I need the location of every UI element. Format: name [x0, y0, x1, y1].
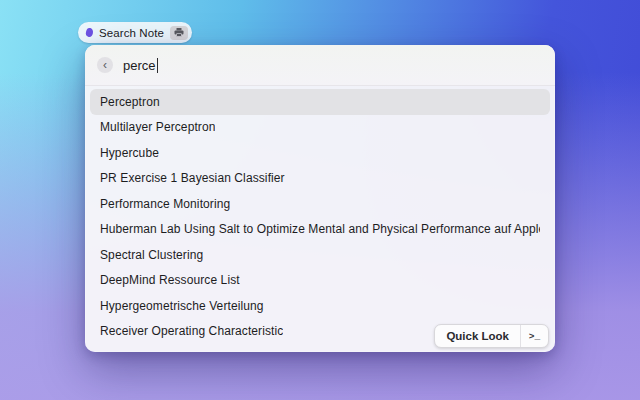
- chevron-left-icon: ‹: [103, 59, 107, 71]
- app-icon: [85, 27, 94, 37]
- results-list: Perceptron Multilayer Perceptron Hypercu…: [85, 86, 555, 352]
- list-item[interactable]: Hypergeometrische Verteilung: [90, 293, 550, 319]
- launcher-label: Search Note: [99, 27, 164, 39]
- list-item[interactable]: Huberman Lab Using Salt to Optimize Ment…: [90, 217, 550, 243]
- list-item-label: Hypercube: [100, 146, 159, 160]
- list-item-label: DeepMind Ressource List: [100, 273, 240, 287]
- desktop-background: Search Note ‹ perce Perceptron Multilaye…: [0, 0, 640, 400]
- list-item-label: Performance Monitoring: [100, 197, 230, 211]
- shortcut-badge: [170, 26, 188, 40]
- search-bar: ‹ perce: [85, 45, 555, 86]
- search-panel: ‹ perce Perceptron Multilayer Perceptron…: [85, 45, 555, 352]
- list-item[interactable]: DeepMind Ressource List: [90, 268, 550, 294]
- terminal-prompt-button[interactable]: >_: [521, 325, 548, 347]
- list-item-label: Hypergeometrische Verteilung: [100, 299, 264, 313]
- search-query-text: perce: [123, 58, 156, 73]
- quick-look-button[interactable]: Quick Look: [435, 325, 520, 347]
- list-item-label: Huberman Lab Using Salt to Optimize Ment…: [100, 222, 540, 236]
- terminal-prompt-icon: >_: [529, 331, 540, 342]
- list-item[interactable]: Spectral Clustering: [90, 242, 550, 268]
- launcher-pill[interactable]: Search Note: [78, 22, 192, 43]
- list-item-label: PR Exercise 1 Bayesian Classifier: [100, 171, 285, 185]
- list-item-label: Lineare Regression von Hand berechnen: [100, 350, 323, 352]
- list-item[interactable]: Multilayer Perceptron: [90, 115, 550, 141]
- list-item-label: Multilayer Perceptron: [100, 120, 215, 134]
- list-item-label: Receiver Operating Characteristic: [100, 324, 283, 338]
- list-item[interactable]: Perceptron: [90, 89, 550, 115]
- text-caret: [157, 58, 159, 73]
- list-item[interactable]: Performance Monitoring: [90, 191, 550, 217]
- list-item-label: Spectral Clustering: [100, 248, 203, 262]
- printer-icon: [174, 28, 184, 37]
- list-item[interactable]: PR Exercise 1 Bayesian Classifier: [90, 166, 550, 192]
- list-item-label: Perceptron: [100, 95, 160, 109]
- quick-look-pill: Quick Look >_: [434, 324, 549, 348]
- back-button[interactable]: ‹: [97, 57, 113, 73]
- list-item[interactable]: Hypercube: [90, 140, 550, 166]
- search-input[interactable]: perce: [123, 58, 158, 73]
